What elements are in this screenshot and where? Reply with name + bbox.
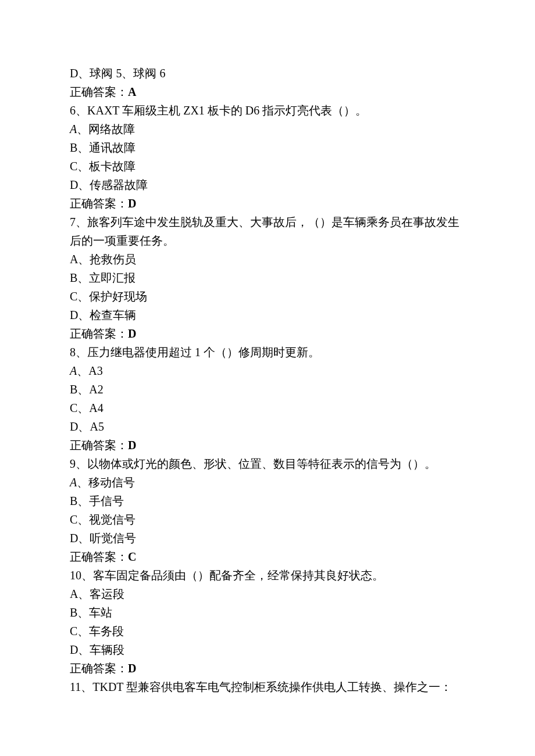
- text-line: A、抢救伤员: [70, 250, 465, 268]
- answer-label: 正确答案：: [70, 197, 128, 210]
- text-line: D、球阀 5、球阀 6: [70, 64, 465, 83]
- text-line: D、听觉信号: [70, 529, 465, 547]
- text-line: C、车务段: [70, 622, 465, 640]
- document-page: D、球阀 5、球阀 6正确答案：A6、KAXT 车厢级主机 ZX1 板卡的 D6…: [0, 0, 535, 756]
- text-line: D、传感器故障: [70, 175, 465, 194]
- text-line: C、视觉信号: [70, 510, 465, 529]
- answer-label: 正确答案：: [70, 327, 128, 340]
- option-text: 、网络故障: [77, 123, 135, 135]
- text-line: 8、压力继电器使用超过 1 个（）修周期时更新。: [70, 343, 465, 361]
- answer-line: 正确答案：A: [70, 83, 465, 101]
- option-letter: A: [70, 476, 77, 489]
- option-line: A、移动信号: [70, 473, 465, 492]
- text-line: C、A4: [70, 399, 465, 417]
- answer-line: 正确答案：C: [70, 547, 465, 566]
- text-line: 10、客车固定备品须由（）配备齐全，经常保持其良好状态。: [70, 566, 465, 585]
- text-line: A、客运段: [70, 585, 465, 603]
- text-line: B、通讯故障: [70, 138, 465, 157]
- answer-value: D: [128, 662, 136, 675]
- text-line: B、手信号: [70, 492, 465, 510]
- text-line: C、板卡故障: [70, 157, 465, 175]
- answer-value: D: [128, 197, 136, 210]
- answer-value: D: [128, 439, 136, 452]
- text-line: 11、TKDT 型兼容供电客车电气控制柜系统操作供电人工转换、操作之一：: [70, 678, 465, 696]
- answer-label: 正确答案：: [70, 662, 128, 675]
- text-line: 7、旅客列车途中发生脱轨及重大、大事故后，（）是车辆乘务员在事故发生后的一项重要…: [70, 213, 465, 250]
- text-line: C、保护好现场: [70, 287, 465, 306]
- option-line: A、A3: [70, 361, 465, 380]
- answer-value: A: [128, 85, 136, 98]
- text-line: 9、以物体或灯光的颜色、形状、位置、数目等特征表示的信号为（）。: [70, 454, 465, 473]
- text-line: D、车辆段: [70, 640, 465, 659]
- answer-value: D: [128, 327, 136, 340]
- text-line: B、立即汇报: [70, 268, 465, 287]
- answer-label: 正确答案：: [70, 85, 128, 98]
- option-text: 、移动信号: [77, 476, 135, 489]
- answer-line: 正确答案：D: [70, 324, 465, 343]
- answer-line: 正确答案：D: [70, 659, 465, 678]
- option-line: A、网络故障: [70, 120, 465, 138]
- answer-line: 正确答案：D: [70, 194, 465, 213]
- option-text: 、A3: [77, 364, 102, 377]
- text-line: D、检查车辆: [70, 306, 465, 324]
- option-letter: A: [70, 364, 77, 377]
- answer-label: 正确答案：: [70, 439, 128, 452]
- text-line: D、A5: [70, 417, 465, 436]
- answer-line: 正确答案：D: [70, 436, 465, 454]
- option-letter: A: [70, 123, 77, 135]
- text-line: B、A2: [70, 380, 465, 399]
- text-line: B、车站: [70, 603, 465, 622]
- answer-label: 正确答案：: [70, 550, 128, 563]
- text-line: 6、KAXT 车厢级主机 ZX1 板卡的 D6 指示灯亮代表（）。: [70, 101, 465, 120]
- answer-value: C: [128, 550, 136, 563]
